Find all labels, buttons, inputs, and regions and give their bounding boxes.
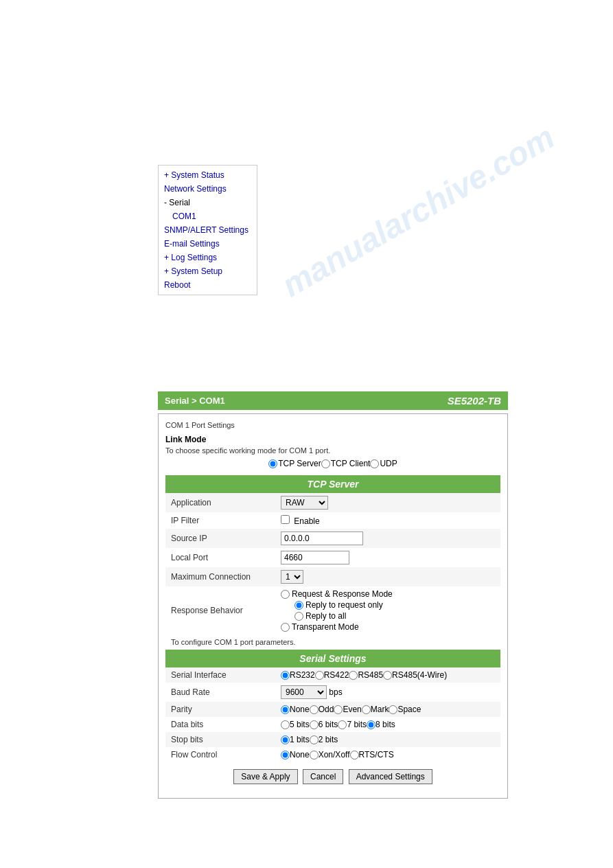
sidebar-link-com1[interactable]: COM1 [172,212,196,221]
tcp-server-header: TCP Server [165,475,500,493]
data-bits-input-8[interactable] [367,720,375,729]
sidebar-link-system-status[interactable]: + System Status [164,170,224,180]
parity-input-mark[interactable] [362,705,371,714]
flow-control-row: Flow Control None Xon/Xoff R [165,747,500,762]
parity-input-none[interactable] [281,705,290,714]
source-ip-input[interactable] [281,532,363,545]
flow-input-none[interactable] [281,751,290,760]
sidebar-link-log-settings[interactable]: + Log Settings [164,253,217,262]
data-bits-6[interactable]: 6 bits [310,720,338,729]
flow-xon-xoff[interactable]: Xon/Xoff [310,750,350,760]
data-bits-label-6: 6 bits [319,720,338,729]
local-port-row: Local Port [165,548,500,567]
flow-rts-cts[interactable]: RTS/CTS [350,750,394,760]
rb-input-req-resp[interactable] [281,590,290,599]
sidebar-item-reboot[interactable]: Reboot [159,278,257,292]
si-input-rs422[interactable] [315,671,324,680]
parity-options: None Odd Even Mark [281,705,495,714]
application-value[interactable]: RAW Modbus [275,493,500,512]
data-bits-input-6[interactable] [310,720,319,729]
rb-input-transparent[interactable] [281,623,290,632]
sidebar-item-system-setup[interactable]: + System Setup [159,264,257,278]
flow-none[interactable]: None [281,750,310,760]
radio-tcp-server[interactable]: TCP Server [268,459,321,468]
sidebar-label-serial: - Serial [164,198,190,207]
stop-bits-label-1: 1 bits [290,735,310,744]
serial-interface-value: RS232 RS422 RS485 RS485(4-Wire) [275,667,500,683]
cancel-button[interactable]: Cancel [303,769,343,784]
parity-space[interactable]: Space [389,705,421,714]
stop-bits-1[interactable]: 1 bits [281,735,310,744]
stop-bits-input-1[interactable] [281,735,290,744]
ip-filter-value[interactable]: Enable [275,512,500,529]
sidebar-item-network-settings[interactable]: Network Settings [159,182,257,196]
local-port-input[interactable] [281,551,349,564]
rb-label-reply-request: Reply to request only [305,600,383,610]
baud-rate-value[interactable]: 1200 2400 4800 9600 19200 38400 57600 11… [275,683,500,702]
link-mode-desc: To choose specific working mode for COM … [165,446,500,455]
ip-filter-checkbox[interactable] [281,515,290,524]
flow-label-rts-cts: RTS/CTS [359,750,394,760]
radio-tcp-client[interactable]: TCP Client [321,459,371,468]
data-bits-8[interactable]: 8 bits [367,720,395,729]
rb-transparent[interactable]: Transparent Mode [281,622,495,632]
data-bits-options: 5 bits 6 bits 7 bits 8 bits [281,720,495,729]
sidebar-item-com1[interactable]: COM1 [159,209,257,223]
sidebar-link-network-settings[interactable]: Network Settings [164,184,227,194]
max-connection-value[interactable]: 1 2 3 4 [275,567,500,586]
flow-input-rts-cts[interactable] [350,751,359,760]
rb-req-resp[interactable]: Request & Response Mode [281,589,495,599]
si-input-rs232[interactable] [281,671,290,680]
data-bits-7[interactable]: 7 bits [338,720,367,729]
si-input-rs485-4wire[interactable] [383,671,392,680]
rb-input-reply-request[interactable] [294,601,303,610]
parity-input-odd[interactable] [310,705,319,714]
response-behavior-row: Response Behavior Request & Response Mod… [165,586,500,635]
data-bits-5[interactable]: 5 bits [281,720,310,729]
radio-input-udp[interactable] [370,459,379,468]
baud-rate-select[interactable]: 1200 2400 4800 9600 19200 38400 57600 11… [281,685,327,699]
source-ip-label: Source IP [165,529,275,548]
device-name: SE5202-TB [448,395,501,407]
local-port-value[interactable] [275,548,500,567]
data-bits-input-5[interactable] [281,720,290,729]
rb-input-reply-all[interactable] [294,612,303,621]
sidebar-item-system-status[interactable]: + System Status [159,168,257,182]
stop-bits-input-2[interactable] [310,735,319,744]
si-label-rs422: RS422 [324,670,349,680]
sidebar-item-log-settings[interactable]: + Log Settings [159,251,257,264]
data-bits-input-7[interactable] [338,720,347,729]
sidebar-link-system-setup[interactable]: + System Setup [164,266,222,276]
advanced-settings-button[interactable]: Advanced Settings [349,769,432,784]
parity-input-space[interactable] [389,705,397,714]
radio-input-tcp-client[interactable] [321,459,330,468]
flow-input-xon-xoff[interactable] [310,751,319,760]
sidebar-item-snmp-alert[interactable]: SNMP/ALERT Settings [159,223,257,237]
si-rs485-4wire[interactable]: RS485(4-Wire) [383,670,447,680]
rb-reply-all[interactable]: Reply to all [294,611,495,621]
parity-odd[interactable]: Odd [310,705,334,714]
si-rs422[interactable]: RS422 [315,670,349,680]
source-ip-value[interactable] [275,529,500,548]
max-connection-select[interactable]: 1 2 3 4 [281,570,303,584]
parity-input-even[interactable] [334,705,343,714]
application-select[interactable]: RAW Modbus [281,496,328,510]
sidebar-link-reboot[interactable]: Reboot [164,280,191,290]
si-rs485[interactable]: RS485 [349,670,383,680]
parity-mark[interactable]: Mark [362,705,389,714]
sidebar-item-email-settings[interactable]: E-mail Settings [159,237,257,251]
stop-bits-options: 1 bits 2 bits [281,735,495,744]
radio-udp[interactable]: UDP [370,459,397,468]
radio-input-tcp-server[interactable] [268,459,277,468]
si-rs232[interactable]: RS232 [281,670,315,680]
rb-reply-request[interactable]: Reply to request only [294,600,495,610]
stop-bits-2[interactable]: 2 bits [310,735,338,744]
sidebar-link-snmp-alert[interactable]: SNMP/ALERT Settings [164,225,248,235]
save-apply-button[interactable]: Save & Apply [233,769,297,784]
parity-even[interactable]: Even [334,705,361,714]
si-input-rs485[interactable] [349,671,358,680]
parity-none[interactable]: None [281,705,310,714]
sidebar-link-email-settings[interactable]: E-mail Settings [164,239,220,249]
flow-label-none: None [290,750,310,760]
baud-rate-unit: bps [329,687,342,697]
